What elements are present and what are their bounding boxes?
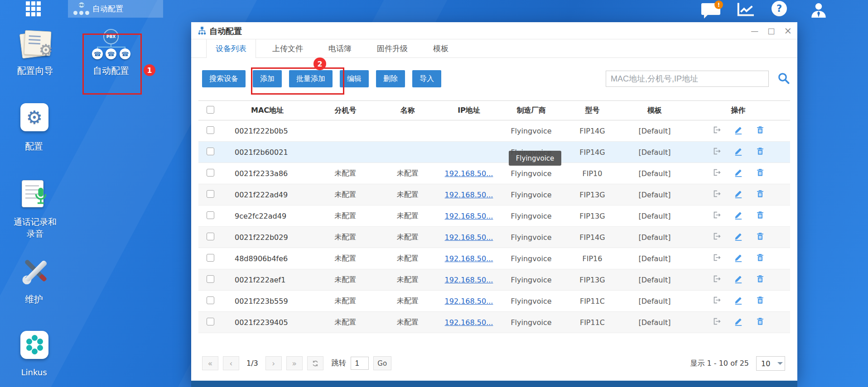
gear-icon: ⚙ — [39, 41, 53, 59]
linkus-flower-icon — [24, 335, 44, 355]
minimize-button[interactable]: — — [751, 26, 758, 35]
row-checkbox[interactable] — [207, 254, 214, 262]
linkus-shortcut-icon[interactable] — [20, 331, 48, 359]
row-checkbox[interactable] — [207, 169, 214, 177]
table-row[interactable]: 0021f222b029未配置未配置192.168.50...Flyingvoi… — [198, 227, 790, 248]
export-icon[interactable] — [712, 274, 722, 286]
table-row[interactable]: 0021f222ad49未配置未配置192.168.50...Flyingvoi… — [198, 184, 790, 205]
tab-1[interactable]: 上传文件 — [263, 39, 312, 57]
table-row[interactable]: 0021f2b60021FlyingvoiceFIP14G[Default] — [198, 142, 790, 163]
ip-link[interactable]: 192.168.50... — [445, 191, 493, 199]
ip-link[interactable]: 192.168.50... — [445, 212, 493, 220]
config-wizard-icon[interactable]: ⚙ — [19, 29, 55, 60]
row-checkbox[interactable] — [207, 233, 214, 240]
shortcut-label-wizard[interactable]: 配置向导 — [9, 65, 61, 77]
delete-icon[interactable] — [755, 189, 765, 201]
account-icon[interactable] — [809, 1, 828, 19]
page-size-select[interactable]: 10 — [756, 356, 785, 371]
toolbar-button-0[interactable]: 搜索设备 — [202, 70, 246, 87]
export-icon[interactable] — [712, 167, 722, 179]
ip-link[interactable]: 192.168.50... — [445, 169, 493, 178]
export-icon[interactable] — [712, 295, 722, 307]
shortcut-label-linkus[interactable]: Linkus — [11, 368, 57, 377]
delete-icon[interactable] — [755, 295, 765, 307]
table-row[interactable]: 0021f223b559未配置未配置192.168.50...Flyingvoi… — [198, 291, 790, 312]
tab-4[interactable]: 模板 — [424, 39, 458, 57]
delete-icon[interactable] — [755, 253, 765, 264]
maintenance-shortcut-icon[interactable] — [19, 255, 52, 287]
shortcut-label-maintenance[interactable]: 维护 — [11, 293, 57, 306]
search-input[interactable] — [606, 71, 769, 87]
table-row[interactable]: 0021f2233a86未配置未配置192.168.50...Flyingvoi… — [198, 163, 790, 184]
window-titlebar: 自动配置 — □ × — [191, 22, 797, 39]
resource-monitor-icon[interactable] — [735, 1, 757, 19]
edit-icon[interactable] — [733, 210, 743, 222]
delete-icon[interactable] — [755, 316, 765, 328]
delete-icon[interactable] — [755, 167, 765, 179]
edit-icon[interactable] — [733, 231, 743, 243]
row-checkbox[interactable] — [207, 148, 214, 155]
table-row[interactable]: 9ce2fc22ad49未配置未配置192.168.50...Flyingvoi… — [198, 205, 790, 227]
cdr-shortcut-icon[interactable] — [22, 180, 43, 207]
delete-icon[interactable] — [755, 274, 765, 286]
last-page-button[interactable]: » — [286, 356, 303, 370]
table-row[interactable]: 0021f2239405未配置未配置192.168.50...Flyingvoi… — [198, 312, 790, 333]
tab-3[interactable]: 固件升级 — [368, 39, 417, 57]
apps-menu-icon[interactable] — [26, 1, 41, 16]
table-row[interactable]: 0021f222aef1未配置未配置192.168.50...Flyingvoi… — [198, 269, 790, 291]
delete-icon[interactable] — [755, 231, 765, 243]
close-button[interactable]: × — [784, 25, 792, 36]
delete-icon[interactable] — [755, 125, 765, 137]
edit-icon[interactable] — [733, 253, 743, 264]
tab-0[interactable]: 设备列表 — [206, 39, 256, 58]
ip-link[interactable]: 192.168.50... — [445, 297, 493, 306]
row-checkbox[interactable] — [207, 211, 214, 219]
export-icon[interactable] — [712, 231, 722, 243]
refresh-button[interactable] — [307, 356, 323, 370]
shortcut-label-cdr-line2[interactable]: 录音 — [7, 228, 63, 240]
edit-icon[interactable] — [733, 189, 743, 201]
edit-icon[interactable] — [733, 125, 743, 137]
ip-link[interactable]: 192.168.50... — [445, 318, 493, 327]
edit-icon[interactable] — [733, 295, 743, 307]
row-checkbox[interactable] — [207, 275, 214, 283]
first-page-button[interactable]: « — [202, 356, 218, 370]
row-checkbox[interactable] — [207, 318, 214, 325]
row-checkbox[interactable] — [207, 296, 214, 304]
maximize-button[interactable]: □ — [767, 26, 775, 35]
edit-icon[interactable] — [733, 316, 743, 328]
help-icon[interactable]: ? — [772, 1, 787, 16]
export-icon[interactable] — [712, 210, 722, 222]
ip-link[interactable]: 192.168.50... — [445, 276, 493, 284]
jump-page-input[interactable] — [351, 357, 369, 370]
shortcut-label-cdr-line1[interactable]: 通话记录和 — [7, 216, 63, 228]
edit-icon[interactable] — [733, 167, 743, 179]
toolbar-button-4[interactable]: 删除 — [376, 70, 405, 87]
go-button[interactable]: Go — [373, 356, 391, 370]
row-checkbox[interactable] — [207, 126, 214, 134]
edit-icon[interactable] — [733, 146, 743, 158]
delete-icon[interactable] — [755, 210, 765, 222]
settings-shortcut-icon[interactable]: ⚙ — [20, 103, 48, 131]
taskbar-item-autoprovision[interactable]: PBX 自动配置 — [68, 0, 163, 18]
ip-link[interactable]: 192.168.50... — [445, 233, 493, 242]
export-icon[interactable] — [712, 189, 722, 201]
ip-link[interactable]: 192.168.50... — [445, 254, 493, 263]
toolbar-button-5[interactable]: 导入 — [412, 70, 441, 87]
search-icon[interactable] — [777, 72, 791, 87]
tab-2[interactable]: 电话簿 — [319, 39, 361, 57]
row-checkbox[interactable] — [207, 190, 214, 198]
shortcut-label-settings[interactable]: 配置 — [11, 140, 57, 153]
export-icon[interactable] — [712, 146, 722, 158]
export-icon[interactable] — [712, 253, 722, 264]
prev-page-button[interactable]: ‹ — [223, 356, 239, 370]
operations-cell — [686, 269, 790, 291]
export-icon[interactable] — [712, 125, 722, 137]
edit-icon[interactable] — [733, 274, 743, 286]
next-page-button[interactable]: › — [265, 356, 282, 370]
delete-icon[interactable] — [755, 146, 765, 158]
table-row[interactable]: 48d8906b4fe6未配置未配置192.168.50...Flyingvoi… — [198, 248, 790, 269]
select-all-checkbox[interactable] — [207, 106, 214, 114]
export-icon[interactable] — [712, 316, 722, 328]
table-row[interactable]: 0021f222b0b5FlyingvoiceFIP14G[Default] — [198, 120, 790, 142]
